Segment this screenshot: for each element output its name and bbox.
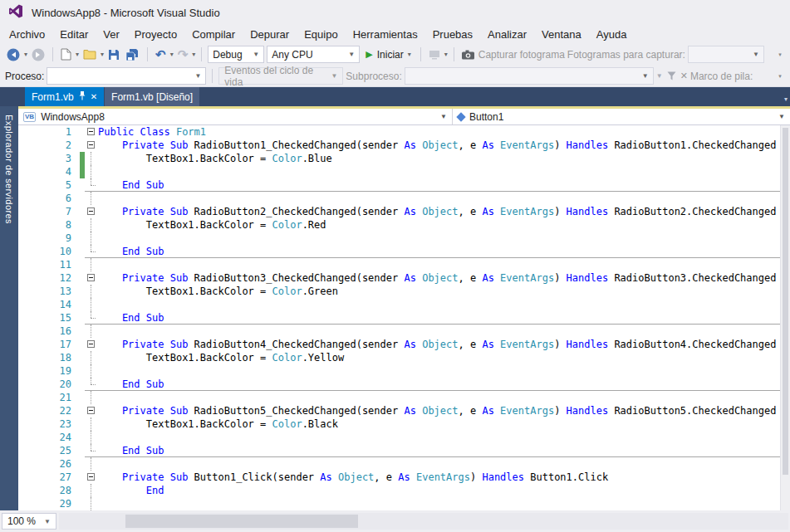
thread-list-caret[interactable]: ▼ [656,72,663,80]
open-file-caret[interactable]: ▾ [101,51,104,58]
code-line[interactable]: 11 [18,258,780,271]
horizontal-scrollbar-thumb[interactable] [125,515,358,528]
new-file-button[interactable] [59,46,73,64]
pin-icon[interactable] [79,91,86,103]
vertical-scrollbar[interactable] [780,125,790,510]
server-explorer-tab[interactable]: Explorador de servidores [0,106,18,510]
member-dropdown[interactable]: Button1 ▼ [453,109,790,124]
menu-proyecto[interactable]: Proyecto [127,26,184,43]
line-number: 22 [18,404,80,417]
navigate-back-caret[interactable]: ▾ [24,51,27,58]
menu-ayuda[interactable]: Ayuda [589,26,635,43]
code-line[interactable]: 18TextBox1.BackColor = Color.Yellow [18,351,780,364]
horizontal-scrollbar[interactable] [59,513,788,530]
tab-list-chevron[interactable]: ▾ [784,95,788,103]
menu-ventana[interactable]: Ventana [534,26,589,43]
new-file-caret[interactable]: ▾ [76,51,79,58]
save-all-button[interactable] [124,46,141,64]
code-line[interactable]: 19 [18,364,780,378]
code-line[interactable]: 17Private Sub RadioButton4_CheckedChange… [18,338,780,351]
menu-analizar[interactable]: Analizar [480,26,534,43]
code-line[interactable]: 27Private Sub Button1_Click(sender As Ob… [18,471,780,484]
code-line[interactable]: 5End Sub [18,178,780,192]
menu-ver[interactable]: Ver [96,26,127,43]
clear-filter-icon[interactable]: ✕ [680,71,688,81]
code-line[interactable]: 15End Sub [18,311,780,325]
menu-depurar[interactable]: Depurar [243,26,297,43]
redo-caret[interactable]: ▾ [192,51,195,58]
code-line[interactable]: 9 [18,232,780,245]
document-tab[interactable]: Form1.vb [Diseño] [105,87,199,106]
code-lines[interactable]: 1Public Class Form12Private Sub RadioBut… [18,125,780,510]
code-line[interactable]: 26 [18,457,780,471]
redo-icon[interactable]: ↷ [176,46,190,64]
code-line[interactable]: 2Private Sub RadioButton1_CheckedChanged… [18,139,780,152]
collapse-toggle-icon[interactable] [87,141,95,149]
frames-to-capture-combo[interactable]: ▼ [688,46,764,63]
navigate-back-button[interactable] [5,46,22,64]
debug-target-combo[interactable]: Debug ▼ [208,46,264,63]
code-line[interactable]: 7Private Sub RadioButton2_CheckedChanged… [18,205,780,218]
collapse-toggle-icon[interactable] [87,340,95,348]
menu-pruebas[interactable]: Pruebas [425,26,480,43]
outline-margin [85,457,98,471]
thread-combo[interactable]: ▼ [405,67,654,85]
process-combo[interactable]: ▼ [47,67,206,85]
lifecycle-events-dropdown[interactable]: Eventos del ciclo de vida ▼ [218,67,343,85]
camera-icon[interactable] [460,46,476,64]
code-line[interactable]: 28End [18,484,780,497]
code-line[interactable]: 21 [18,391,780,404]
diagnostics-caret[interactable]: ▾ [444,51,448,58]
code-line[interactable]: 8TextBox1.BackColor = Color.Red [18,218,780,232]
close-icon[interactable]: ✕ [91,93,97,101]
vertical-scrollbar-thumb[interactable] [783,128,788,475]
code-line[interactable]: 24 [18,431,780,444]
diagnostics-tool-icon[interactable] [427,46,442,64]
outline-margin [85,165,98,178]
code-text [98,497,780,510]
menu-editar[interactable]: Editar [52,26,96,43]
outline-margin [85,152,98,165]
document-tab[interactable]: Form1.vb✕ [25,87,104,106]
outline-margin [85,338,98,351]
menu-herramientas[interactable]: Herramientas [346,26,425,43]
code-line[interactable]: 20End Sub [18,378,780,391]
menu-archivo[interactable]: Archivo [2,26,52,43]
code-line[interactable]: 22Private Sub RadioButton5_CheckedChange… [18,404,780,417]
toolbar-overflow-chevron[interactable]: ▾ [775,51,785,58]
collapse-toggle-icon[interactable] [87,473,95,481]
collapse-toggle-icon[interactable] [87,128,95,135]
code-line[interactable]: 12Private Sub RadioButton3_CheckedChange… [18,271,780,285]
code-line[interactable]: 25End Sub [18,444,780,457]
collapse-toggle-icon[interactable] [87,274,95,281]
collapse-toggle-icon[interactable] [87,207,95,215]
menu-compilar[interactable]: Compilar [184,26,243,43]
project-dropdown[interactable]: VB WindowsApp8 ▼ [18,109,453,124]
start-caret[interactable]: ▾ [408,51,411,58]
navigate-forward-button[interactable] [30,46,47,64]
code-line[interactable]: 10End Sub [18,245,780,258]
filter-icon[interactable] [665,67,678,85]
code-line[interactable]: 6 [18,192,780,205]
menu-equipo[interactable]: Equipo [297,26,345,43]
code-line[interactable]: 13TextBox1.BackColor = Color.Green [18,285,780,298]
code-line[interactable]: 1Public Class Form1 [18,125,780,139]
save-button[interactable] [106,46,121,64]
code-text: TextBox1.BackColor = Color.Black [98,417,780,431]
code-line[interactable]: 4 [18,165,780,178]
capture-frame-button[interactable]: Capturar fotograma [478,49,565,61]
code-line[interactable]: 29 [18,497,780,510]
toolbar-overflow-chevron[interactable]: ▾ [775,73,785,80]
code-line[interactable]: 16 [18,325,780,338]
toolbar-separator [201,47,202,61]
collapse-toggle-icon[interactable] [87,407,95,414]
code-line[interactable]: 23TextBox1.BackColor = Color.Black [18,417,780,431]
zoom-control[interactable]: 100 % ▼ [2,513,56,530]
undo-icon[interactable]: ↶ [154,46,168,64]
code-line[interactable]: 14 [18,298,780,311]
code-line[interactable]: 3TextBox1.BackColor = Color.Blue [18,152,780,165]
platform-combo[interactable]: Any CPU ▼ [267,46,360,63]
start-debugging-button[interactable]: ▶ Iniciar ▾ [362,49,415,61]
open-file-button[interactable] [81,46,98,64]
undo-caret[interactable]: ▾ [170,51,174,58]
